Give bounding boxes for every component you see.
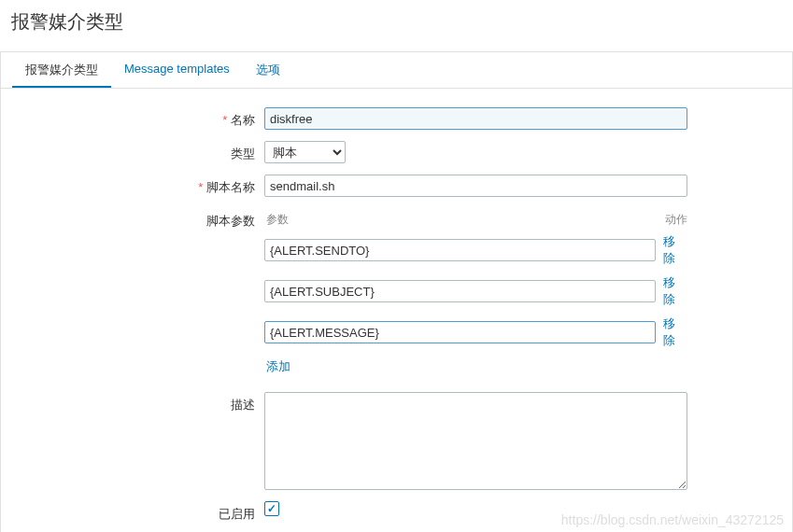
param-row: 移除 [264,315,687,349]
param-row: 移除 [264,233,687,267]
tabs: 报警媒介类型 Message templates 选项 [1,52,792,89]
tab-options[interactable]: 选项 [243,52,293,88]
label-enabled: 已启用 [12,501,264,523]
script-name-input[interactable] [264,175,687,197]
form-panel: 报警媒介类型 Message templates 选项 名称 类型 脚本 脚本名… [0,51,793,532]
param-input-0[interactable] [264,239,656,261]
name-input[interactable] [264,107,687,130]
label-type: 类型 [12,141,264,162]
page-title: 报警媒介类型 [0,0,793,51]
label-script-name: 脚本名称 [12,175,264,196]
form-body: 名称 类型 脚本 脚本名称 脚本参数 参数 [1,89,792,532]
remove-link[interactable]: 移除 [663,274,687,308]
params-header-param: 参数 [266,212,289,228]
params-table: 参数 动作 移除 移除 移除 添加 [264,208,687,375]
tab-message-templates[interactable]: Message templates [111,52,243,88]
param-row: 移除 [264,274,687,308]
tab-media-type[interactable]: 报警媒介类型 [12,52,111,88]
type-select[interactable]: 脚本 [264,141,346,163]
param-input-2[interactable] [264,321,656,343]
add-param-link[interactable]: 添加 [264,358,290,375]
label-script-params: 脚本参数 [12,208,264,230]
params-header-action: 动作 [665,212,687,228]
enabled-checkbox[interactable] [264,501,279,516]
remove-link[interactable]: 移除 [663,315,687,349]
description-textarea[interactable] [264,392,687,490]
param-input-1[interactable] [264,280,656,302]
label-name: 名称 [12,107,264,129]
label-description: 描述 [12,392,264,413]
remove-link[interactable]: 移除 [663,233,687,267]
